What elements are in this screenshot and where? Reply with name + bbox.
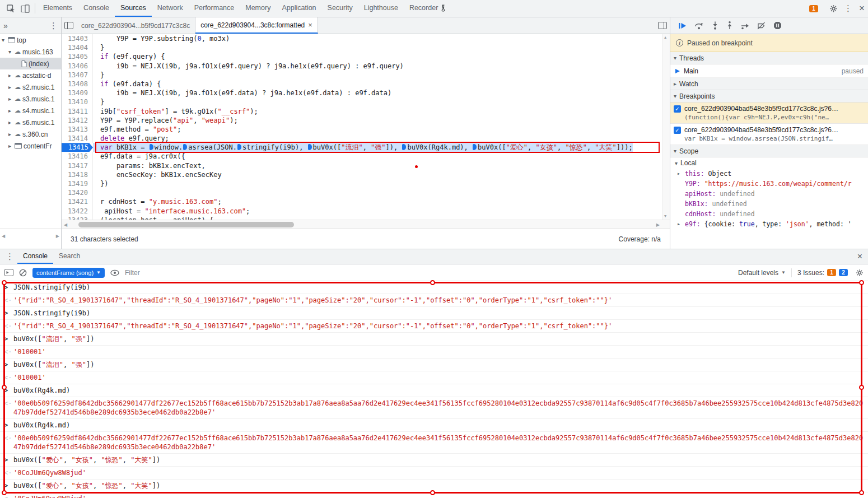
line-number[interactable]: 13403 [62,34,93,43]
code-text[interactable]: if (e9f.query) { [93,52,165,61]
scroll-left-icon[interactable]: ◀ [2,234,5,239]
code-text[interactable]: (location.host == apiHost) { [93,216,213,220]
tab-lighthouse[interactable]: Lighthouse [358,0,404,17]
line-number[interactable]: 13414 [62,134,93,143]
line-number[interactable]: 13410 [62,97,93,106]
code-text[interactable]: if (e9f.data) { [93,80,161,89]
line-number[interactable]: 13423 [62,216,93,220]
tab-memory[interactable]: Memory [240,0,276,17]
scrollbar-thumb[interactable] [78,222,294,227]
execution-context-selector[interactable]: contentFrame (song) ▼ [32,268,105,278]
inline-breakpoint-marker[interactable] [150,144,153,150]
code-text[interactable]: e9f.method = "post"; [93,125,181,134]
scroll-right-icon[interactable]: ▶ [656,222,660,227]
chevron-right-icon[interactable]: ▸ [8,84,15,90]
console-settings-gear-icon[interactable] [856,269,864,277]
breakpoint-checkbox[interactable]: ✓ [674,127,681,134]
code-text[interactable]: r cdnHost = "y.music.163.com"; [93,197,222,206]
scope-group-local[interactable]: ▾ Local [670,157,868,169]
scroll-right-icon[interactable]: ▶ [56,234,59,239]
deactivate-breakpoints-button[interactable] [757,22,766,30]
editor-horizontal-scrollbar[interactable]: ◀ ▶ [62,220,670,229]
tree-item-acstatic-d[interactable]: ▸☁acstatic-d [0,69,61,81]
threads-section-header[interactable]: ▾ Threads [670,52,868,64]
flags-badge[interactable]: 2 [839,269,848,276]
issues-badge[interactable]: 1 [809,5,818,12]
tab-security[interactable]: Security [322,0,358,17]
tab-sources[interactable]: Sources [115,0,152,17]
resume-button[interactable] [678,22,687,30]
scope-variable-y9p[interactable]: Y9P: "https://music.163.com/weapi/commen… [670,179,868,189]
issues-badge[interactable]: 1 [827,269,836,276]
scope-variable-cdnhost[interactable]: cdnHost: undefined [670,209,868,219]
inline-breakpoint-marker[interactable] [308,144,312,150]
scope-variable-bkb1x[interactable]: bKB1x: undefined [670,199,868,209]
breakpoint-entry[interactable]: ✓core_622d903904bad548e3b5f9cd177c3c8c.j… [670,124,868,145]
chevron-down-icon[interactable]: ▾ [2,37,8,43]
code-text[interactable]: i9b["csrf_token"] = t9k.gO1x("__csrf"); [93,107,258,116]
code-text[interactable]: params: bKB1x.encText, [93,161,206,170]
code-text[interactable]: apiHost = "interface.music.163.com"; [93,207,250,216]
tree-item-s6-music-1[interactable]: ▸☁s6.music.1 [0,117,61,128]
tab-recorder[interactable]: Recorder [404,0,452,17]
scroll-down-icon[interactable]: ▼ [664,214,666,218]
kebab-menu-icon[interactable]: ⋮ [841,3,856,13]
tab-network[interactable]: Network [152,0,189,17]
tree-item-music-163[interactable]: ▾☁music.163 [0,46,61,58]
code-text[interactable]: i9b = NEJ.X(i9b, j9a.fO1x(e9f.query) ? j… [93,62,404,71]
line-number[interactable]: 13422 [62,207,93,216]
scope-section-header[interactable]: ▾ Scope [670,145,868,157]
tree-horizontal-scrollbar[interactable]: ◀ ▶ [0,229,61,249]
code-editor[interactable]: 13403 Y9P = Y9P.substring(0, mo3x)13404}… [62,34,670,220]
tree-item-s2-music-1[interactable]: ▸☁s2.music.1 [0,81,61,93]
code-text[interactable]: } [93,71,104,80]
code-text[interactable]: i9b = NEJ.X(i9b, j9a.fO1x(e9f.data) ? j9… [93,89,391,97]
inspect-element-icon[interactable] [3,1,18,16]
code-text[interactable]: } [93,43,104,52]
line-number[interactable]: 13409 [62,89,93,97]
step-into-button[interactable] [712,21,718,30]
tab-elements[interactable]: Elements [38,0,78,17]
chevron-right-icon[interactable]: ▸ [677,169,680,179]
line-number[interactable]: 13419 [62,179,93,188]
tree-item-index[interactable]: (index) [0,58,61,69]
chevron-right-icon[interactable]: ▸ [8,108,15,114]
file-tab-core-622d903904-3c8c-formatted[interactable]: core_622d903904...3c8c:formatted× [195,17,318,34]
step-button[interactable] [741,22,749,30]
navigator-kebab-icon[interactable]: ⋮ [49,21,58,31]
file-tab-core-622d903904-b5f9cd177c3c8c[interactable]: core_622d903904...b5f9cd177c3c8c [76,17,195,34]
live-expression-eye-icon[interactable] [110,269,119,276]
tree-item-contentfr[interactable]: ▸contentFr [0,140,61,152]
thread-item-main[interactable]: Main paused [670,64,868,78]
line-number[interactable]: 13404 [62,43,93,52]
watch-section-header[interactable]: ▸ Watch [670,78,868,90]
chevron-right-icon[interactable]: ▸ [8,119,15,125]
tab-console[interactable]: Console [17,249,53,264]
console-filter-input[interactable] [125,269,732,277]
line-number[interactable]: 13417 [62,161,93,170]
drawer-kebab-icon[interactable]: ⋮ [2,252,17,262]
step-out-button[interactable] [726,21,733,30]
issues-counter[interactable]: 3 Issues: 1 2 [797,269,848,277]
line-number[interactable]: 13407 [62,71,93,80]
line-number[interactable]: 13405 [62,52,93,61]
device-toolbar-icon[interactable] [18,1,32,16]
chevron-right-icon[interactable]: ▸ [677,219,680,229]
clear-console-icon[interactable] [19,269,27,277]
tab-application[interactable]: Application [276,0,321,17]
close-drawer-icon[interactable]: × [854,252,866,262]
close-tab-icon[interactable]: × [308,21,312,29]
scope-variable-apihost[interactable]: apiHost: undefined [670,189,868,199]
code-text[interactable]: } [93,97,104,106]
scroll-left-icon[interactable]: ◀ [64,222,67,227]
chevron-right-icon[interactable]: ▸ [8,72,15,78]
code-text[interactable] [93,188,100,197]
breakpoint-line-number[interactable]: 13415 [62,143,93,152]
line-number[interactable]: 13421 [62,197,93,206]
breakpoints-section-header[interactable]: ▾ Breakpoints [670,90,868,103]
more-tabs-icon[interactable]: » [3,21,8,30]
tree-item-s3-music-1[interactable]: ▸☁s3.music.1 [0,93,61,105]
tab-console[interactable]: Console [78,0,115,17]
sidebar-toggle-icon[interactable] [655,17,670,34]
code-text[interactable]: delete e9f.query; [93,134,169,143]
